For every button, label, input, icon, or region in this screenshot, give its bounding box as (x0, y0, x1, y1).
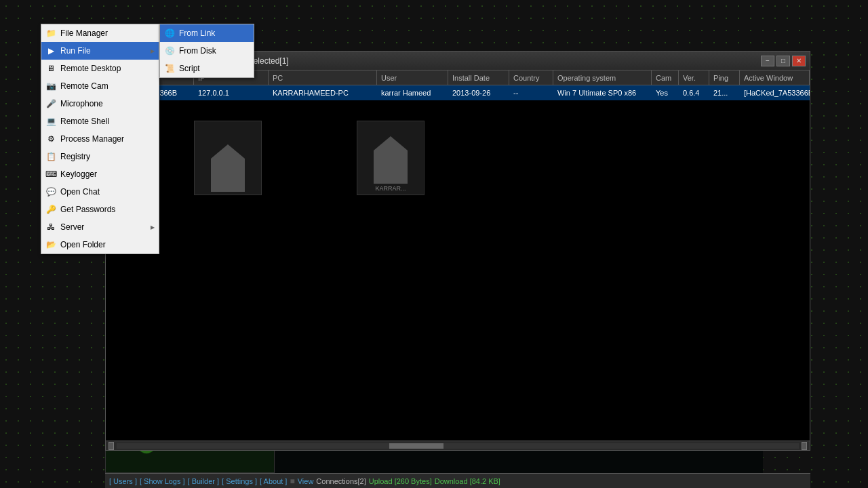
cell-cam: Yes (652, 85, 679, 100)
menu-microphone-label: Microphone (60, 99, 103, 108)
menu-remote-shell[interactable]: 💻 Remote Shell (41, 113, 159, 130)
cell-ping: 21... (709, 85, 740, 100)
horizontal-scrollbar[interactable] (106, 441, 810, 450)
submenu-from-link[interactable]: 🌐 From Link (160, 24, 254, 42)
menu-remote-cam[interactable]: 📷 Remote Cam (41, 77, 159, 95)
menu-remote-desktop[interactable]: 🖥 Remote Desktop (41, 60, 159, 77)
menu-process-manager-label: Process Manager (60, 134, 124, 144)
col-pc: PC (269, 70, 377, 85)
menu-server[interactable]: 🖧 Server ▶ (41, 218, 159, 236)
status-download: Download [84.2 KB] (435, 477, 500, 485)
col-install: Install Date (448, 70, 509, 85)
menu-registry-label: Registry (60, 152, 90, 161)
menu-open-folder-label: Open Folder (60, 240, 106, 249)
cell-ip: 127.0.0.1 (194, 85, 269, 100)
status-connections: Connections[2] (316, 477, 366, 485)
menu-remote-shell-label: Remote Shell (60, 117, 109, 126)
menu-microphone[interactable]: 🎤 Microphone (41, 95, 159, 113)
script-icon: 📜 (164, 63, 175, 74)
open-chat-icon: 💬 (45, 186, 56, 197)
microphone-icon: 🎤 (45, 98, 56, 109)
status-settings[interactable]: [ Settings ] (222, 477, 257, 485)
keylogger-icon: ⌨ (45, 169, 56, 180)
open-folder-icon: 📂 (45, 239, 56, 250)
status-view[interactable]: View (298, 477, 314, 485)
menu-remote-cam-label: Remote Cam (60, 81, 108, 91)
col-ver: Ver. (679, 70, 709, 85)
menu-get-passwords-label: Get Passwords (60, 205, 115, 214)
submenu-from-disk[interactable]: 💿 From Disk (160, 42, 254, 60)
window-controls: − □ ✕ (761, 56, 806, 66)
registry-icon: 📋 (45, 151, 56, 162)
submenu-from-link-label: From Link (179, 28, 215, 38)
remote-desktop-icon: 🖥 (45, 63, 56, 74)
get-passwords-icon: 🔑 (45, 204, 56, 215)
col-os: Operating system (553, 70, 652, 85)
remote-cam-icon: 📷 (45, 81, 56, 92)
menu-file-manager[interactable]: 📁 File Manager (41, 24, 159, 42)
main-window: 🐀 njRAT v0.6.4 Port[1177] Online[1] Sele… (105, 51, 810, 451)
close-button[interactable]: ✕ (792, 56, 806, 66)
run-file-icon: ▶ (45, 45, 56, 56)
col-cam: Cam (652, 70, 679, 85)
status-bar: [ Users ] [ Show Logs ] [ Builder ] [ Se… (105, 473, 810, 488)
col-ping: Ping (709, 70, 740, 85)
status-about[interactable]: [ About ] (260, 477, 287, 485)
content-area: KARRAR... (106, 100, 810, 441)
menu-keylogger[interactable]: ⌨ Keylogger (41, 165, 159, 183)
server-icon: 🖧 (45, 222, 56, 232)
server-arrow: ▶ (151, 224, 155, 230)
from-link-icon: 🌐 (164, 28, 175, 39)
menu-process-manager[interactable]: ⚙ Process Manager (41, 130, 159, 148)
menu-remote-desktop-label: Remote Desktop (60, 64, 121, 73)
table-row[interactable]: HaCKed_7A53366B 127.0.0.1 KARRARHAMEED-P… (106, 85, 810, 100)
menu-run-file[interactable]: ▶ Run File ▶ (41, 42, 159, 60)
menu-get-passwords[interactable]: 🔑 Get Passwords (41, 201, 159, 218)
menu-file-manager-label: File Manager (60, 28, 108, 38)
remote-shell-icon: 💻 (45, 116, 56, 127)
menu-open-folder[interactable]: 📂 Open Folder (41, 236, 159, 253)
col-country: Country (509, 70, 553, 85)
menu-server-label: Server (60, 222, 84, 232)
menu-keylogger-label: Keylogger (60, 169, 97, 179)
submenu-run-file: 🌐 From Link 💿 From Disk 📜 Script (159, 24, 254, 78)
menu-open-chat[interactable]: 💬 Open Chat (41, 183, 159, 201)
minimize-button[interactable]: − (761, 56, 774, 66)
status-users[interactable]: [ Users ] (109, 477, 137, 485)
status-show-logs[interactable]: [ Show Logs ] (140, 477, 185, 485)
submenu-script-label: Script (179, 64, 200, 73)
cell-country: -- (509, 85, 553, 100)
col-active: Active Window (740, 70, 810, 85)
cell-ver: 0.6.4 (679, 85, 709, 100)
status-builder[interactable]: [ Builder ] (188, 477, 219, 485)
cell-active: [HaCKed_7A53366B/karrar Hameed/Win... (740, 85, 810, 100)
cell-pc: KARRARHAMEED-PC (269, 85, 377, 100)
status-upload: Upload [260 Bytes] (369, 477, 432, 485)
file-manager-icon: 📁 (45, 28, 56, 39)
submenu-script[interactable]: 📜 Script (160, 60, 254, 77)
cell-install: 2013-09-26 (448, 85, 509, 100)
cell-user: karrar Hameed (377, 85, 448, 100)
maximize-button[interactable]: □ (776, 56, 790, 66)
run-file-arrow: ▶ (151, 48, 155, 54)
cell-os: Win 7 Ultimate SP0 x86 (553, 85, 652, 100)
col-user: User (377, 70, 448, 85)
menu-run-file-label: Run File (60, 46, 91, 56)
submenu-from-disk-label: From Disk (179, 46, 216, 56)
menu-registry[interactable]: 📋 Registry (41, 148, 159, 165)
process-manager-icon: ⚙ (45, 134, 56, 144)
from-disk-icon: 💿 (164, 45, 175, 56)
menu-open-chat-label: Open Chat (60, 187, 100, 197)
context-menu: 📁 File Manager ▶ Run File ▶ 🖥 Remote Des… (41, 24, 159, 254)
